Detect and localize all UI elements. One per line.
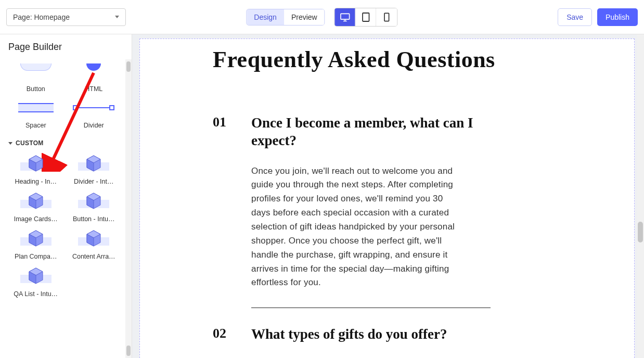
spacer-thumb-icon bbox=[18, 103, 54, 112]
faq-item: 02 What types of gifts do you offer? bbox=[213, 326, 593, 343]
component-html[interactable]: HTML bbox=[67, 61, 122, 93]
canvas-scrollbar[interactable] bbox=[637, 34, 644, 358]
scrollbar-thumb[interactable] bbox=[638, 222, 643, 242]
component-label: QA List - Intu… bbox=[14, 290, 58, 298]
svg-rect-0 bbox=[341, 14, 350, 19]
scrollbar-down-arrow[interactable] bbox=[126, 346, 131, 356]
cube-icon bbox=[28, 155, 44, 172]
faq-number: 02 bbox=[213, 326, 234, 343]
device-toggle bbox=[334, 8, 398, 27]
sidebar-scrollbar[interactable] bbox=[125, 59, 132, 358]
page-select-label: Page: Homepage bbox=[13, 13, 70, 21]
sidebar-title: Page Builder bbox=[0, 34, 132, 58]
svg-rect-3 bbox=[363, 13, 369, 21]
cube-icon bbox=[86, 155, 101, 172]
component-label: Image Cards… bbox=[14, 215, 58, 223]
component-label: Button bbox=[27, 85, 45, 93]
cube-icon bbox=[86, 229, 101, 247]
component-spacer[interactable]: Spacer bbox=[8, 98, 63, 129]
component-button[interactable]: Button bbox=[8, 61, 63, 93]
sidebar-scroll: Button HTML Spacer Divider CUSTOM bbox=[0, 59, 125, 358]
device-mobile-button[interactable] bbox=[377, 8, 397, 26]
faq-item: 01 Once I become a member, what can I ex… bbox=[213, 114, 593, 308]
top-toolbar: Page: Homepage Design Preview Save Publi… bbox=[0, 0, 644, 34]
main-area: Page Builder Button HTML Spacer D bbox=[0, 34, 644, 358]
device-tablet-button[interactable] bbox=[356, 8, 377, 26]
component-label: Divider - Int… bbox=[74, 178, 113, 185]
mobile-icon bbox=[384, 12, 390, 22]
cube-icon bbox=[28, 192, 44, 210]
scrollbar-up-arrow[interactable] bbox=[126, 61, 131, 72]
faq-question: What types of gifts do you offer? bbox=[251, 326, 447, 343]
faq-divider bbox=[251, 308, 491, 308]
custom-component[interactable]: Plan Compa… bbox=[8, 228, 63, 260]
chevron-down-icon bbox=[8, 142, 12, 145]
tablet-icon bbox=[362, 12, 370, 22]
desktop-icon bbox=[340, 12, 350, 22]
save-button[interactable]: Save bbox=[558, 8, 592, 26]
cube-icon bbox=[28, 229, 44, 247]
page-builder-sidebar: Page Builder Button HTML Spacer D bbox=[0, 34, 132, 358]
custom-component[interactable]: Heading - In… bbox=[8, 153, 63, 185]
custom-section-header[interactable]: CUSTOM bbox=[8, 139, 121, 147]
custom-component[interactable]: Button - Intu… bbox=[67, 190, 122, 223]
custom-component[interactable]: Image Cards… bbox=[8, 190, 63, 223]
component-label: Plan Compa… bbox=[15, 253, 57, 260]
component-label: Button - Intu… bbox=[73, 215, 115, 223]
page-select-dropdown[interactable]: Page: Homepage bbox=[6, 8, 126, 26]
component-label: Heading - In… bbox=[15, 178, 57, 185]
faq-question: Once I become a member, what can I expec… bbox=[251, 114, 475, 150]
preview-mode-button[interactable]: Preview bbox=[284, 9, 325, 25]
publish-button[interactable]: Publish bbox=[597, 8, 638, 26]
svg-rect-4 bbox=[384, 13, 389, 21]
cube-icon bbox=[28, 267, 44, 285]
divider-thumb-icon bbox=[75, 107, 112, 108]
custom-component[interactable]: Content Arra… bbox=[67, 228, 122, 260]
component-divider[interactable]: Divider bbox=[67, 98, 122, 129]
custom-component[interactable]: QA List - Intu… bbox=[8, 265, 63, 298]
faq-heading: Frequently Asked Questions bbox=[213, 46, 593, 73]
component-label: Content Arra… bbox=[72, 253, 115, 260]
page-frame[interactable]: Frequently Asked Questions 01 Once I bec… bbox=[139, 39, 635, 358]
button-thumb-icon bbox=[20, 63, 51, 71]
component-label: Divider bbox=[84, 122, 104, 129]
chevron-down-icon bbox=[115, 16, 119, 18]
html-thumb-icon bbox=[86, 63, 101, 71]
device-desktop-button[interactable] bbox=[335, 8, 356, 26]
component-label: HTML bbox=[85, 85, 102, 93]
mode-toggle: Design Preview bbox=[246, 9, 325, 25]
custom-component[interactable]: Divider - Int… bbox=[67, 153, 122, 185]
custom-section-label: CUSTOM bbox=[16, 139, 44, 147]
design-mode-button[interactable]: Design bbox=[247, 9, 284, 25]
canvas-area: Frequently Asked Questions 01 Once I bec… bbox=[132, 34, 644, 358]
component-label: Spacer bbox=[25, 122, 46, 129]
cube-icon bbox=[86, 192, 101, 210]
faq-number: 01 bbox=[213, 114, 234, 308]
faq-answer: Once you join, we'll reach out to welcom… bbox=[251, 164, 459, 290]
